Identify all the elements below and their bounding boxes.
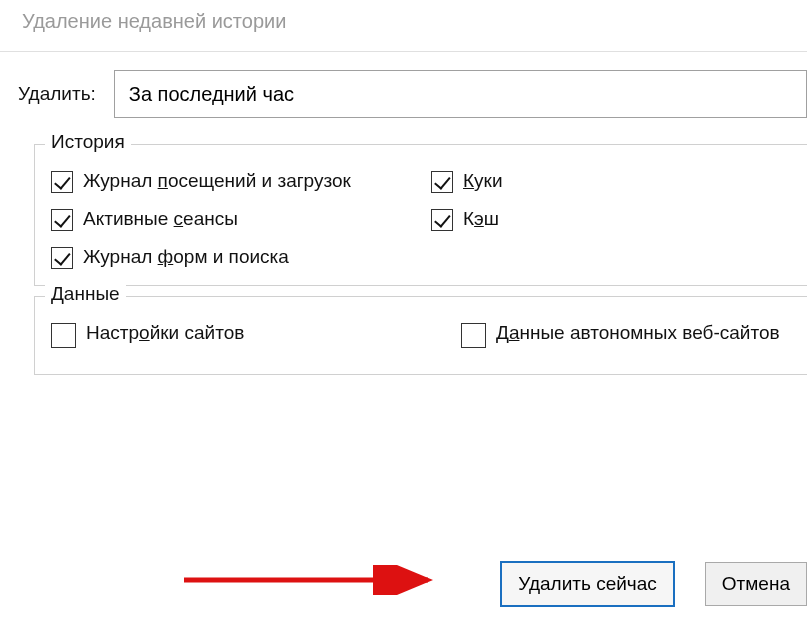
data-group: Данные Настройки сайтов Данные автономны…: [34, 296, 807, 375]
history-group: История Журнал посещений и загрузок Куки…: [34, 144, 807, 286]
checkbox-label: Активные сеансы: [83, 207, 238, 231]
time-range-value: За последний час: [129, 83, 294, 106]
data-legend: Данные: [45, 283, 126, 305]
checkbox-icon: [51, 209, 73, 231]
checkbox-label: Куки: [463, 169, 503, 193]
clear-now-button[interactable]: Удалить сейчас: [500, 561, 674, 607]
time-range-select[interactable]: За последний час: [114, 70, 807, 118]
checkbox-label: Журнал посещений и загрузок: [83, 169, 351, 193]
checkbox-icon: [51, 247, 73, 269]
checkbox-browsing-history[interactable]: Журнал посещений и загрузок: [51, 169, 431, 193]
checkbox-active-sessions[interactable]: Активные сеансы: [51, 207, 431, 231]
checkbox-label: Журнал форм и поиска: [83, 245, 289, 269]
checkbox-label: Данные автономных веб-сайтов: [496, 321, 780, 345]
window-title: Удаление недавней истории: [0, 0, 807, 51]
checkbox-offline-data[interactable]: Данные автономных веб-сайтов: [461, 321, 807, 348]
checkbox-icon: [431, 171, 453, 193]
checkbox-label: Кэш: [463, 207, 499, 231]
checkbox-icon: [51, 323, 76, 348]
history-legend: История: [45, 131, 131, 153]
checkbox-icon: [51, 171, 73, 193]
cancel-button[interactable]: Отмена: [705, 562, 807, 606]
time-range-label: Удалить:: [18, 83, 96, 105]
checkbox-cache[interactable]: Кэш: [431, 207, 807, 231]
checkbox-cookies[interactable]: Куки: [431, 169, 807, 193]
checkbox-icon: [431, 209, 453, 231]
checkbox-site-settings[interactable]: Настройки сайтов: [51, 321, 461, 348]
checkbox-label: Настройки сайтов: [86, 321, 244, 345]
annotation-arrow-icon: [180, 565, 440, 595]
checkbox-forms-search[interactable]: Журнал форм и поиска: [51, 245, 431, 269]
checkbox-icon: [461, 323, 486, 348]
